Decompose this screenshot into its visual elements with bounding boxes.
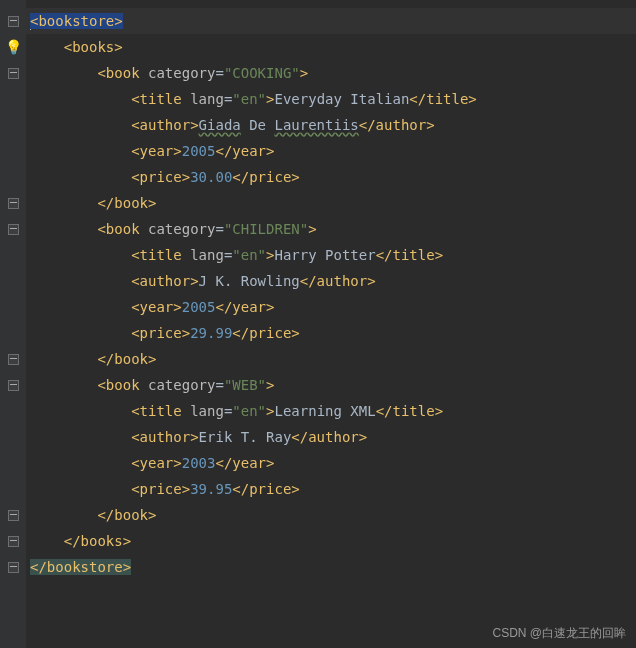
watermark: CSDN @白速龙王的回眸 [492,625,626,642]
fold-icon[interactable] [8,380,19,391]
code-line[interactable]: <price>39.95</price> [26,476,636,502]
fold-icon[interactable] [8,224,19,235]
code-line[interactable]: <book category="CHILDREN"> [26,216,636,242]
code-line[interactable]: <bookstore> [26,8,636,34]
lightbulb-icon[interactable]: 💡 [5,39,22,55]
code-line[interactable]: <price>29.99</price> [26,320,636,346]
fold-icon[interactable] [8,536,19,547]
code-line[interactable]: <books> [26,34,636,60]
code-line[interactable]: <title lang="en">Learning XML</title> [26,398,636,424]
code-line[interactable]: <title lang="en">Harry Potter</title> [26,242,636,268]
code-line[interactable]: </books> [26,528,636,554]
fold-icon[interactable] [8,68,19,79]
code-line[interactable]: <year>2005</year> [26,294,636,320]
code-line[interactable]: <year>2005</year> [26,138,636,164]
code-line[interactable]: <author>Erik T. Ray</author> [26,424,636,450]
fold-icon[interactable] [8,16,19,27]
code-area[interactable]: <bookstore> <books> <book category="COOK… [26,0,636,648]
code-line[interactable]: <price>30.00</price> [26,164,636,190]
code-line[interactable]: <book category="WEB"> [26,372,636,398]
fold-icon[interactable] [8,510,19,521]
code-editor[interactable]: 💡 <bookstore> <books> <book category="CO… [0,0,636,648]
code-line[interactable]: <book category="COOKING"> [26,60,636,86]
code-line[interactable]: </book> [26,346,636,372]
code-line[interactable]: </book> [26,190,636,216]
gutter: 💡 [0,0,26,648]
code-line[interactable]: <author>J K. Rowling</author> [26,268,636,294]
code-line[interactable]: <year>2003</year> [26,450,636,476]
code-line[interactable]: </book> [26,502,636,528]
fold-icon[interactable] [8,562,19,573]
fold-icon[interactable] [8,198,19,209]
code-line[interactable]: </bookstore> [26,554,636,580]
code-line[interactable]: <author>Giada De Laurentiis</author> [26,112,636,138]
code-line[interactable]: <title lang="en">Everyday Italian</title… [26,86,636,112]
fold-icon[interactable] [8,354,19,365]
